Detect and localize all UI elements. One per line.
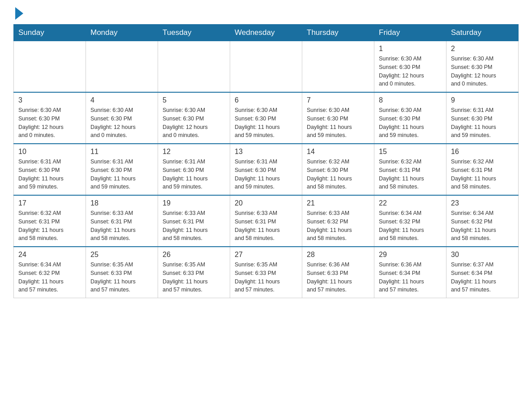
calendar-week-row: 17Sunrise: 6:32 AMSunset: 6:31 PMDayligh… [14, 195, 519, 247]
day-info: Sunrise: 6:31 AMSunset: 6:30 PMDaylight:… [90, 158, 153, 191]
day-number: 2 [451, 45, 514, 53]
calendar-day-cell: 26Sunrise: 6:35 AMSunset: 6:33 PMDayligh… [158, 247, 230, 298]
day-info: Sunrise: 6:36 AMSunset: 6:33 PMDaylight:… [307, 261, 369, 294]
calendar-table: SundayMondayTuesdayWednesdayThursdayFrid… [13, 24, 519, 298]
day-info: Sunrise: 6:33 AMSunset: 6:31 PMDaylight:… [235, 209, 297, 243]
calendar-day-cell: 7Sunrise: 6:30 AMSunset: 6:30 PMDaylight… [302, 92, 374, 144]
calendar-day-cell [230, 41, 302, 93]
calendar-header-monday: Monday [86, 25, 158, 41]
calendar-day-cell: 4Sunrise: 6:30 AMSunset: 6:30 PMDaylight… [86, 92, 158, 144]
day-info: Sunrise: 6:33 AMSunset: 6:31 PMDaylight:… [163, 209, 225, 243]
calendar-day-cell: 5Sunrise: 6:30 AMSunset: 6:30 PMDaylight… [158, 92, 230, 144]
calendar-day-cell: 20Sunrise: 6:33 AMSunset: 6:31 PMDayligh… [230, 195, 302, 247]
calendar-day-cell: 25Sunrise: 6:35 AMSunset: 6:33 PMDayligh… [86, 247, 158, 298]
calendar-day-cell: 29Sunrise: 6:36 AMSunset: 6:34 PMDayligh… [374, 247, 446, 298]
day-info: Sunrise: 6:30 AMSunset: 6:30 PMDaylight:… [90, 106, 153, 140]
calendar-day-cell [86, 41, 158, 93]
day-number: 24 [18, 251, 81, 259]
day-info: Sunrise: 6:35 AMSunset: 6:33 PMDaylight:… [235, 261, 297, 294]
calendar-day-cell: 21Sunrise: 6:33 AMSunset: 6:32 PMDayligh… [302, 195, 374, 247]
day-info: Sunrise: 6:34 AMSunset: 6:32 PMDaylight:… [451, 209, 514, 243]
calendar-day-cell: 22Sunrise: 6:34 AMSunset: 6:32 PMDayligh… [374, 195, 446, 247]
calendar-week-row: 10Sunrise: 6:31 AMSunset: 6:30 PMDayligh… [14, 144, 519, 195]
day-number: 27 [235, 251, 297, 259]
calendar-header-tuesday: Tuesday [158, 25, 230, 41]
day-number: 16 [451, 148, 514, 156]
day-info: Sunrise: 6:30 AMSunset: 6:30 PMDaylight:… [163, 106, 225, 140]
day-number: 13 [235, 148, 297, 156]
day-info: Sunrise: 6:31 AMSunset: 6:30 PMDaylight:… [163, 158, 225, 191]
calendar-day-cell: 12Sunrise: 6:31 AMSunset: 6:30 PMDayligh… [158, 144, 230, 195]
calendar-day-cell: 23Sunrise: 6:34 AMSunset: 6:32 PMDayligh… [446, 195, 519, 247]
day-info: Sunrise: 6:37 AMSunset: 6:34 PMDaylight:… [451, 261, 514, 294]
calendar-day-cell: 18Sunrise: 6:33 AMSunset: 6:31 PMDayligh… [86, 195, 158, 247]
calendar-day-cell: 24Sunrise: 6:34 AMSunset: 6:32 PMDayligh… [14, 247, 86, 298]
calendar-day-cell [14, 41, 86, 93]
calendar-day-cell: 14Sunrise: 6:32 AMSunset: 6:30 PMDayligh… [302, 144, 374, 195]
day-info: Sunrise: 6:30 AMSunset: 6:30 PMDaylight:… [379, 55, 442, 88]
day-info: Sunrise: 6:30 AMSunset: 6:30 PMDaylight:… [307, 106, 369, 140]
day-info: Sunrise: 6:30 AMSunset: 6:30 PMDaylight:… [235, 106, 297, 140]
page-header [13, 9, 519, 20]
day-info: Sunrise: 6:32 AMSunset: 6:31 PMDaylight:… [379, 158, 442, 191]
calendar-day-cell [302, 41, 374, 93]
day-info: Sunrise: 6:35 AMSunset: 6:33 PMDaylight:… [163, 261, 225, 294]
calendar-day-cell: 13Sunrise: 6:31 AMSunset: 6:30 PMDayligh… [230, 144, 302, 195]
day-info: Sunrise: 6:33 AMSunset: 6:31 PMDaylight:… [90, 209, 153, 243]
day-info: Sunrise: 6:30 AMSunset: 6:30 PMDaylight:… [379, 106, 442, 140]
calendar-day-cell: 15Sunrise: 6:32 AMSunset: 6:31 PMDayligh… [374, 144, 446, 195]
day-number: 23 [451, 199, 514, 207]
day-number: 18 [90, 199, 153, 207]
day-info: Sunrise: 6:32 AMSunset: 6:31 PMDaylight:… [18, 209, 81, 243]
calendar-day-cell: 19Sunrise: 6:33 AMSunset: 6:31 PMDayligh… [158, 195, 230, 247]
calendar-header-row: SundayMondayTuesdayWednesdayThursdayFrid… [14, 25, 519, 41]
calendar-day-cell: 8Sunrise: 6:30 AMSunset: 6:30 PMDaylight… [374, 92, 446, 144]
day-number: 10 [18, 148, 81, 156]
logo-arrow-icon [15, 7, 23, 20]
day-number: 22 [379, 199, 442, 207]
calendar-day-cell: 27Sunrise: 6:35 AMSunset: 6:33 PMDayligh… [230, 247, 302, 298]
calendar-day-cell: 3Sunrise: 6:30 AMSunset: 6:30 PMDaylight… [14, 92, 86, 144]
day-number: 7 [307, 96, 369, 104]
day-info: Sunrise: 6:34 AMSunset: 6:32 PMDaylight:… [379, 209, 442, 243]
day-number: 1 [379, 45, 442, 53]
day-number: 19 [163, 199, 225, 207]
day-info: Sunrise: 6:31 AMSunset: 6:30 PMDaylight:… [18, 158, 81, 191]
day-info: Sunrise: 6:34 AMSunset: 6:32 PMDaylight:… [18, 261, 81, 294]
day-number: 20 [235, 199, 297, 207]
day-number: 28 [307, 251, 369, 259]
calendar-header-friday: Friday [374, 25, 446, 41]
day-number: 30 [451, 251, 514, 259]
day-number: 4 [90, 96, 153, 104]
day-number: 15 [379, 148, 442, 156]
calendar-day-cell: 28Sunrise: 6:36 AMSunset: 6:33 PMDayligh… [302, 247, 374, 298]
calendar-week-row: 24Sunrise: 6:34 AMSunset: 6:32 PMDayligh… [14, 247, 519, 298]
day-number: 21 [307, 199, 369, 207]
day-info: Sunrise: 6:31 AMSunset: 6:30 PMDaylight:… [235, 158, 297, 191]
calendar-day-cell: 9Sunrise: 6:31 AMSunset: 6:30 PMDaylight… [446, 92, 519, 144]
day-info: Sunrise: 6:32 AMSunset: 6:30 PMDaylight:… [307, 158, 369, 191]
calendar-header-saturday: Saturday [446, 25, 519, 41]
calendar-day-cell: 11Sunrise: 6:31 AMSunset: 6:30 PMDayligh… [86, 144, 158, 195]
day-number: 14 [307, 148, 369, 156]
calendar-day-cell: 2Sunrise: 6:30 AMSunset: 6:30 PMDaylight… [446, 41, 519, 93]
day-info: Sunrise: 6:31 AMSunset: 6:30 PMDaylight:… [451, 106, 514, 140]
calendar-day-cell: 17Sunrise: 6:32 AMSunset: 6:31 PMDayligh… [14, 195, 86, 247]
day-number: 5 [163, 96, 225, 104]
day-number: 17 [18, 199, 81, 207]
day-info: Sunrise: 6:30 AMSunset: 6:30 PMDaylight:… [18, 106, 81, 140]
day-info: Sunrise: 6:35 AMSunset: 6:33 PMDaylight:… [90, 261, 153, 294]
day-number: 6 [235, 96, 297, 104]
day-number: 9 [451, 96, 514, 104]
calendar-header-sunday: Sunday [14, 25, 86, 41]
calendar-header-wednesday: Wednesday [230, 25, 302, 41]
calendar-day-cell: 1Sunrise: 6:30 AMSunset: 6:30 PMDaylight… [374, 41, 446, 93]
day-number: 25 [90, 251, 153, 259]
day-number: 29 [379, 251, 442, 259]
calendar-day-cell: 10Sunrise: 6:31 AMSunset: 6:30 PMDayligh… [14, 144, 86, 195]
logo [13, 9, 30, 20]
day-info: Sunrise: 6:32 AMSunset: 6:31 PMDaylight:… [451, 158, 514, 191]
day-number: 3 [18, 96, 81, 104]
calendar-week-row: 1Sunrise: 6:30 AMSunset: 6:30 PMDaylight… [14, 41, 519, 93]
day-info: Sunrise: 6:30 AMSunset: 6:30 PMDaylight:… [451, 55, 514, 88]
